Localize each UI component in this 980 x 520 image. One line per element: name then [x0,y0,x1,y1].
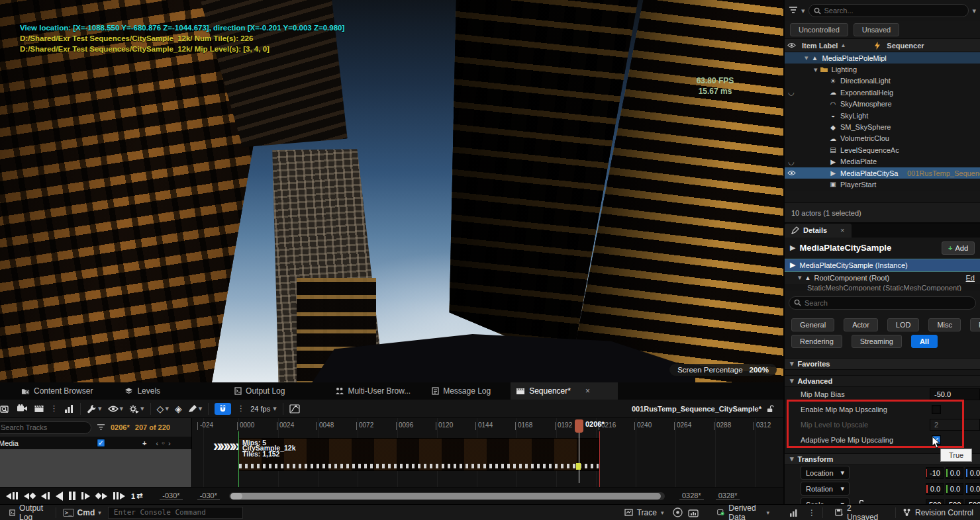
playhead-line[interactable] [579,431,579,483]
unsaved-button[interactable]: Unsaved [854,23,899,36]
tree-row-levelsequenceactor[interactable]: ▤ LevelSequenceAc [785,144,980,155]
filter-chevron-icon[interactable]: ▾ [801,7,805,15]
expander-icon[interactable]: ▾ [798,273,802,282]
next-key-button[interactable] [96,493,107,499]
tree-row-mediaplatepolemip[interactable]: ▾ ▲ MediaPlatePoleMipl [785,52,980,64]
playhead-marker[interactable] [575,419,583,433]
filter-icon[interactable] [789,7,798,15]
tree-row-playerstart[interactable]: ▣ PlayerStart [785,179,980,190]
rotation-x-field[interactable]: 0.0 [926,483,944,495]
loop-mode-button[interactable]: 1⇄ [131,492,142,500]
cmd-dropdown[interactable]: >_ Cmd ▾ [56,505,108,520]
category-actor[interactable]: Actor [844,318,878,331]
burn-in-options-icon[interactable] [64,404,74,413]
track-filter-icon[interactable] [97,424,105,431]
keyframe-options-icon[interactable]: ◇▾ [157,404,169,414]
category-general[interactable]: General [791,318,834,331]
details-search-input[interactable]: Search [789,296,976,310]
stats-bars-icon[interactable] [787,505,801,520]
tree-row-exponentialheightfog[interactable]: ◡ ☁ ExponentialHeig [785,87,980,98]
add-section-icon[interactable]: + [142,439,146,447]
tab-content-browser[interactable]: Content Browser [16,382,98,400]
rotation-z-field[interactable]: 0.0 [965,483,980,495]
snap-magnet-toggle[interactable] [215,403,231,415]
tree-row-volumetriccloud[interactable]: ☁ VolumetricClou [785,133,980,144]
play-reverse-button[interactable] [56,492,63,501]
details-tab[interactable]: Details × [785,224,852,238]
open-eye-icon[interactable] [785,169,798,177]
console-command-input[interactable]: Enter Console Command [108,507,243,519]
closed-eye-icon[interactable]: ◡ [785,157,798,166]
category-misc[interactable]: Misc [928,318,961,331]
tab-levels[interactable]: Levels [119,382,166,400]
overflow-dots-icon[interactable]: ⋮ [50,404,58,413]
sort-asc-icon[interactable]: ▲ [840,42,846,48]
sequencer-timeline[interactable]: -024 0000 0024 0048 0072 0096 0120 0144 … [192,418,783,487]
media-clip[interactable]: Mips: 5 CitySample_12k Tiles: 1,152 [238,438,599,471]
working-range-start-field[interactable]: -030* [197,492,220,500]
tab-sequencer[interactable]: Sequencer* × [511,382,618,400]
track-search-input[interactable]: Search Tracks [0,421,91,434]
media-track-checkbox[interactable]: ✓ [97,439,105,447]
uncontrolled-button[interactable]: Uncontrolled [790,23,848,36]
rotation-y-field[interactable]: 0.0 [946,483,963,495]
tab-multi-user[interactable]: Multi-User Brow... [330,382,416,400]
timeline-scrollbar[interactable] [229,492,665,500]
step-back-button[interactable] [41,492,50,499]
location-x-field[interactable]: -10 [926,467,944,479]
output-log-drawer-button[interactable]: Output Log [3,505,56,520]
category-lod[interactable]: LOD [887,318,920,331]
insights-session-icon[interactable] [670,505,685,520]
add-component-button[interactable]: + Add [942,241,975,255]
go-to-front-button[interactable] [6,492,18,499]
status-overflow-dots-icon[interactable]: ⋮ [808,508,816,517]
trace-dropdown[interactable]: Trace ▾ [618,505,671,520]
slate-icon[interactable] [34,405,44,413]
scale-z-field[interactable]: 500 [965,499,980,504]
unlock-icon[interactable] [767,405,774,413]
root-component-row[interactable]: ▾ ▲ RootComponent (Root) Ed [785,272,980,284]
next-key-icon[interactable]: › [168,439,171,447]
close-icon[interactable]: × [585,386,590,396]
category-rendering[interactable]: Rendering [791,335,842,348]
pause-button[interactable] [69,492,75,500]
derived-data-dropdown[interactable]: Derived Data ▾ [710,505,776,520]
snap-options-dots-icon[interactable]: ⋮ [237,404,244,413]
scrollbar-thumb[interactable] [230,493,661,499]
scale-y-field[interactable]: 500 [946,499,963,504]
tree-row-lighting[interactable]: ▾ Lighting [785,64,980,75]
add-key-icon[interactable]: ○ [162,440,165,446]
revision-control-button[interactable]: Revision Control [896,505,980,520]
sequencer-column-header[interactable]: Sequencer [887,42,924,50]
tree-row-directionallight[interactable]: ☀ DirectionalLight [785,75,980,87]
current-frame-field[interactable]: 0206* [111,423,130,431]
level-viewport[interactable]: View location: [X=-1088.550 Y=-680.876 Z… [0,0,783,382]
tree-row-mediaplate[interactable]: ◡ ▶ MediaPlate [785,156,980,167]
tab-message-log[interactable]: Message Log [426,382,496,400]
expander-icon[interactable]: ▾ [805,54,808,62]
close-icon[interactable]: × [840,226,844,234]
content-search-icon[interactable] [0,404,11,413]
step-forward-button[interactable] [81,492,90,499]
edit-link[interactable]: Ed [966,274,975,282]
keyframe-nav[interactable]: ‹ ○ › [156,439,170,447]
settings-chevron-icon[interactable]: ▾ [972,7,976,15]
tree-row-skylight[interactable]: ◒ SkyLight [785,110,980,121]
outliner-search-input[interactable]: Search... [808,4,969,17]
category-physics[interactable]: Physics [970,318,980,331]
category-streaming[interactable]: Streaming [852,335,902,348]
prev-key-icon[interactable]: ‹ [156,439,158,447]
playback-options-icon[interactable]: ▾ [129,404,144,413]
scale-x-field[interactable]: 500 [926,499,944,504]
mip-map-bias-field[interactable]: -50.0 [930,388,980,400]
instance-row[interactable]: ▶ MediaPlateCitySample (Instance) [785,259,980,272]
static-mesh-component-row[interactable]: StaticMeshComponent (StaticMeshComponent… [785,284,980,291]
tab-output-log[interactable]: Output Log [229,382,290,400]
favorites-section-header[interactable]: ▾ Favorites [785,358,980,370]
curve-editor-icon[interactable] [289,404,300,413]
wrench-icon[interactable]: ▾ [87,404,102,413]
media-track-row[interactable]: Media ✓ + ‹ ○ › [0,437,191,449]
working-range-end-field[interactable]: 0328* [679,492,704,500]
view-range-end-field[interactable]: 0328* [716,492,740,500]
category-all[interactable]: All [911,335,938,348]
